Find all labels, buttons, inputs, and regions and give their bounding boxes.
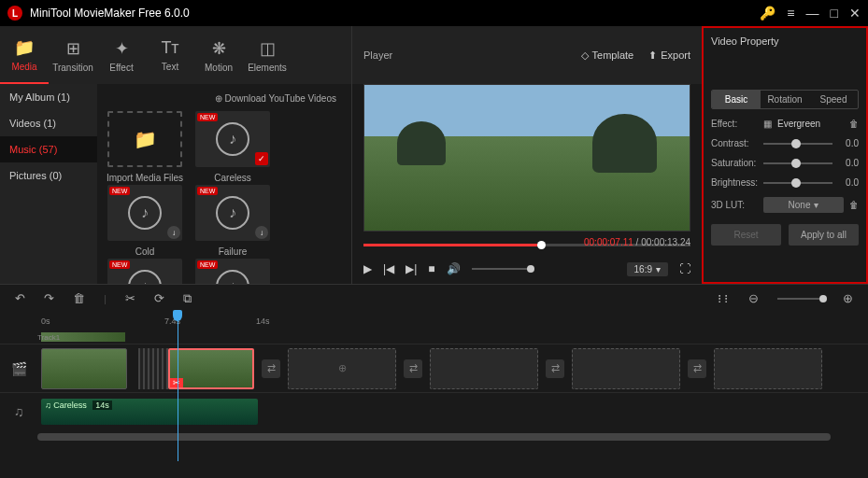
tab-motion-icon: ❋	[212, 38, 226, 59]
swap-button[interactable]: ⇄	[404, 359, 422, 378]
media-item-cold[interactable]: NEW ♪ ↓ Cold	[105, 185, 185, 257]
player-title: Player	[363, 49, 392, 61]
timeline: 0s 7.4s 14s Track1 🎬 ✂ ⇄ ⊕ ⇄ ⇄ ⇄ ♫	[0, 312, 868, 441]
music-note-icon: ♪	[216, 196, 249, 230]
sidebar-pictures[interactable]: Pictures (0)	[0, 162, 97, 189]
video-track-icon[interactable]: 🎬	[0, 361, 37, 376]
effect-preset-icon[interactable]: ▦	[763, 119, 772, 129]
menu-icon[interactable]: ≡	[787, 6, 794, 21]
zoom-in-button[interactable]: ⊕	[843, 291, 853, 305]
contrast-label: Contrast:	[711, 138, 758, 148]
clip-placeholder[interactable]	[430, 348, 538, 389]
fullscreen-button[interactable]: ⛶	[679, 262, 690, 275]
crop-button[interactable]: ⧉	[183, 291, 192, 306]
ruler-mark: 0s	[41, 316, 50, 326]
title-bar: L MiniTool MovieMaker Free 6.0.0 🔑 ≡ — □…	[0, 0, 868, 26]
video-clip-1[interactable]	[41, 348, 127, 389]
playhead[interactable]	[178, 312, 178, 461]
music-note-icon: ♪	[128, 270, 162, 284]
clip-placeholder[interactable]	[714, 348, 822, 389]
media-item[interactable]: NEW ♪	[105, 259, 185, 284]
speed-button[interactable]: ⟳	[154, 291, 164, 305]
volume-slider[interactable]	[472, 268, 532, 270]
new-badge: NEW	[109, 260, 130, 269]
contrast-slider[interactable]	[763, 143, 832, 145]
chevron-down-icon: ▾	[814, 200, 818, 210]
delete-effect-icon[interactable]: 🗑	[849, 119, 859, 129]
seek-thumb[interactable]	[537, 241, 546, 249]
delete-lut-icon[interactable]: 🗑	[849, 200, 859, 210]
sidebar-myalbum[interactable]: My Album (1)	[0, 84, 97, 110]
delete-button[interactable]: 🗑	[73, 291, 85, 305]
contrast-value: 0.0	[838, 138, 859, 148]
saturation-label: Saturation:	[711, 158, 758, 168]
reset-button[interactable]: Reset	[711, 224, 781, 246]
timeline-ruler[interactable]: 0s 7.4s 14s	[0, 312, 868, 330]
prop-tab-rotation[interactable]: Rotation	[761, 91, 809, 108]
media-item-careless[interactable]: NEW ♪ ✓ Careless	[192, 111, 273, 183]
audio-clip-duration: 14s	[92, 401, 112, 410]
minimize-button[interactable]: —	[806, 6, 819, 21]
export-button[interactable]: ⬆ Export	[648, 49, 690, 62]
cut-button[interactable]: ✂	[125, 291, 135, 305]
seek-bar[interactable]: 00:00:07.11 / 00:00:13.24	[363, 237, 690, 254]
play-button[interactable]: ▶	[363, 262, 372, 275]
volume-icon[interactable]: 🔊	[447, 262, 461, 275]
audio-clip-careless[interactable]: ♫ Careless 14s	[41, 399, 258, 425]
video-preview[interactable]	[363, 84, 690, 232]
swap-button[interactable]: ⇄	[546, 359, 564, 378]
horizontal-scrollbar[interactable]	[37, 433, 831, 441]
tab-media[interactable]: 📁Media	[0, 26, 49, 84]
swap-button[interactable]: ⇄	[262, 359, 280, 378]
stop-button[interactable]: ■	[428, 262, 434, 275]
tab-text[interactable]: TтText	[146, 26, 194, 84]
undo-button[interactable]: ↶	[15, 291, 25, 305]
video-clip-2[interactable]: ✂	[168, 348, 254, 389]
prev-frame-button[interactable]: |◀	[383, 262, 394, 275]
chevron-down-icon: ▾	[656, 264, 661, 274]
lut-dropdown[interactable]: None ▾	[763, 197, 844, 213]
key-icon[interactable]: 🔑	[760, 6, 776, 21]
next-frame-button[interactable]: ▶|	[406, 262, 417, 275]
transition-gap[interactable]	[138, 348, 168, 389]
prop-tab-basic[interactable]: Basic	[712, 91, 761, 108]
clip-placeholder[interactable]: ⊕	[288, 348, 396, 389]
media-item[interactable]: NEW ♪	[192, 259, 273, 284]
prop-tab-speed[interactable]: Speed	[809, 91, 858, 108]
tab-media-icon: 📁	[14, 37, 35, 58]
template-icon: ◇	[581, 49, 589, 62]
sidebar-music[interactable]: Music (57)	[0, 136, 97, 162]
audio-track: ♫ ♫ Careless 14s	[0, 392, 868, 429]
audio-tool-icon[interactable]: ⫶⫶	[717, 291, 730, 305]
download-youtube-button[interactable]: ⊕ Download YouTube Videos	[105, 88, 344, 109]
import-media-button[interactable]: 📁 Import Media Files	[105, 111, 185, 183]
tab-transition[interactable]: ⊞Transition	[49, 26, 97, 84]
tab-motion[interactable]: ❋Motion	[194, 26, 243, 84]
aspect-dropdown[interactable]: 16:9 ▾	[627, 262, 668, 276]
zoom-slider[interactable]	[777, 298, 824, 300]
redo-button[interactable]: ↷	[44, 291, 54, 305]
maximize-button[interactable]: □	[831, 6, 838, 21]
tab-effect-icon: ✦	[115, 38, 129, 59]
apply-all-button[interactable]: Apply to all	[789, 224, 859, 246]
close-button[interactable]: ✕	[849, 6, 861, 21]
template-button[interactable]: ◇ Template	[581, 49, 634, 62]
tab-elements[interactable]: ◫Elements	[243, 26, 292, 84]
audio-clip-label: ♫ Careless	[45, 401, 87, 410]
export-icon: ⬆	[648, 49, 657, 62]
download-icon[interactable]: ↓	[255, 226, 268, 239]
tab-transition-icon: ⊞	[66, 38, 80, 59]
media-item-failure[interactable]: NEW ♪ ↓ Failure	[192, 185, 273, 257]
tab-text-icon: Tт	[161, 38, 178, 58]
app-logo-icon: L	[7, 6, 22, 21]
saturation-slider[interactable]	[763, 162, 832, 164]
audio-track-icon[interactable]: ♫	[0, 404, 37, 419]
clip-placeholder[interactable]	[572, 348, 680, 389]
brightness-slider[interactable]	[763, 182, 832, 184]
download-icon[interactable]: ↓	[167, 226, 180, 239]
sidebar-videos[interactable]: Videos (1)	[0, 110, 97, 136]
tab-effect[interactable]: ✦Effect	[97, 26, 146, 84]
new-badge: NEW	[197, 187, 218, 195]
swap-button[interactable]: ⇄	[688, 359, 706, 378]
zoom-out-button[interactable]: ⊖	[748, 291, 759, 305]
